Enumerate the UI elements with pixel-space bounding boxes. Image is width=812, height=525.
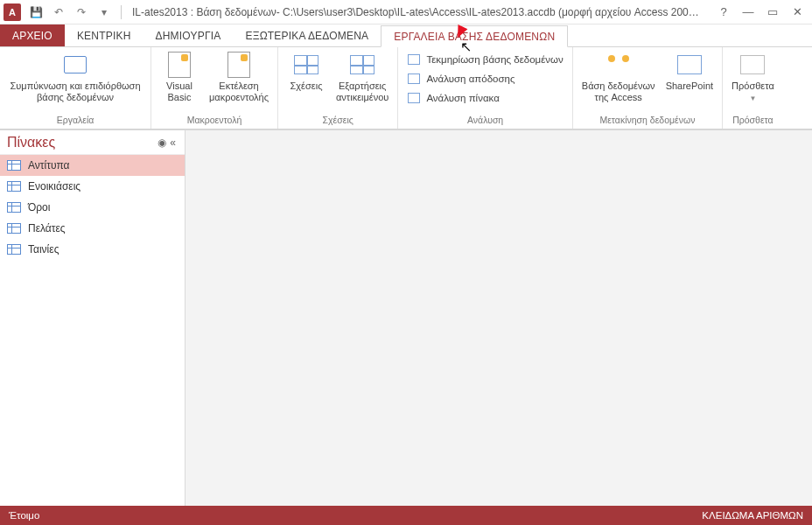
nav-pane-title: Πίνακες (7, 135, 55, 150)
workspace: Πίνακες ◉ « ΑντίτυπαΕνοικιάσειςΌροιΠελάτ… (0, 130, 812, 506)
visual-basic-icon (165, 51, 193, 79)
addins-button[interactable]: Πρόσθετα▼ (728, 49, 778, 106)
ribbon-tabs: ΑΡΧΕΙΟ ΚΕΝΤΡΙΚΗ ΔΗΜΙΟΥΡΓΙΑ ΕΞΩΤΕΡΙΚΑ ΔΕΔ… (0, 24, 812, 47)
group-analyze-label: Ανάλυση (403, 115, 566, 129)
nav-item-label: Ενοικιάσεις (28, 180, 80, 192)
separator (121, 5, 122, 19)
nav-list: ΑντίτυπαΕνοικιάσειςΌροιΠελάτεςΤαινίες (0, 155, 185, 506)
addins-icon (738, 51, 766, 79)
compact-repair-button[interactable]: Συμπύκνωση και επιδιόρθωση βάσης δεδομέν… (5, 49, 145, 105)
nav-item[interactable]: Όροι (0, 197, 185, 218)
analyze-performance-icon (407, 72, 421, 86)
run-macro-button[interactable]: Εκτέλεση μακροεντολής (206, 49, 272, 105)
window-controls: ? ― ▭ ✕ (712, 3, 808, 22)
tab-file[interactable]: ΑΡΧΕΙΟ (0, 24, 65, 46)
nav-dropdown-icon[interactable]: ◉ (156, 136, 168, 149)
sharepoint-button[interactable]: SharePoint (662, 49, 717, 94)
nav-collapse-icon[interactable]: « (168, 136, 178, 149)
minimize-icon[interactable]: ― (737, 3, 760, 22)
group-analyze: Τεκμηρίωση βάσης δεδομένων Ανάλυση απόδο… (398, 47, 572, 129)
navigation-pane: Πίνακες ◉ « ΑντίτυπαΕνοικιάσειςΌροιΠελάτ… (0, 130, 186, 506)
nav-item-label: Ταινίες (28, 243, 59, 256)
group-addins-label: Πρόσθετα (728, 115, 778, 129)
qat-customize-icon[interactable]: ▾ (94, 3, 114, 22)
title-bar: A 💾 ↶ ↷ ▾ IL-ates2013 : Βάση δεδομένων- … (0, 0, 812, 24)
status-bar: Έτοιμο ΚΛΕΙΔΩΜΑ ΑΡΙΘΜΩΝ (0, 506, 812, 525)
chevron-down-icon: ▼ (749, 94, 756, 102)
group-addins: Πρόσθετα▼ Πρόσθετα (723, 47, 783, 129)
group-tools-label: Εργαλεία (5, 115, 145, 129)
addins-label: Πρόσθετα▼ (732, 80, 774, 104)
run-macro-label: Εκτέλεση μακροεντολής (209, 80, 269, 103)
run-macro-icon (225, 51, 253, 79)
quick-access-toolbar: 💾 ↶ ↷ ▾ (26, 3, 125, 22)
table-icon (7, 244, 21, 255)
restore-icon[interactable]: ▭ (761, 3, 784, 22)
nav-item-label: Όροι (28, 201, 50, 214)
table-icon (7, 181, 21, 192)
group-relations: Σχέσεις Εξαρτήσεις αντικειμένου Σχέσεις (278, 47, 398, 129)
ribbon: Συμπύκνωση και επιδιόρθωση βάσης δεδομέν… (0, 47, 812, 130)
nav-pane-header[interactable]: Πίνακες ◉ « (0, 130, 185, 155)
nav-item-label: Αντίτυπα (28, 159, 70, 172)
status-numlock: ΚΛΕΙΔΩΜΑ ΑΡΙΘΜΩΝ (702, 510, 803, 521)
group-tools: Συμπύκνωση και επιδιόρθωση βάσης δεδομέν… (0, 47, 151, 129)
relationships-label: Σχέσεις (290, 80, 323, 92)
visual-basic-label: Visual Basic (166, 80, 192, 103)
help-icon[interactable]: ? (712, 3, 735, 22)
status-ready: Έτοιμο (9, 510, 39, 521)
save-icon[interactable]: 💾 (26, 3, 46, 22)
app-icon: A (4, 4, 21, 21)
group-relations-label: Σχέσεις (284, 115, 392, 129)
group-macro: Visual Basic Εκτέλεση μακροεντολής Μακρο… (151, 47, 278, 129)
compact-repair-label: Συμπύκνωση και επιδιόρθωση βάσης δεδομέν… (10, 80, 140, 103)
tab-home[interactable]: ΚΕΝΤΡΙΚΗ (65, 24, 144, 46)
group-move-data-label: Μετακίνηση δεδομένων (578, 115, 717, 129)
access-database-button[interactable]: Βάση δεδομένων της Access (578, 49, 659, 105)
access-database-label: Βάση δεδομένων της Access (582, 80, 655, 103)
table-icon (7, 223, 21, 234)
database-documenter-button[interactable]: Τεκμηρίωση βάσης δεδομένων (403, 51, 566, 68)
nav-item-label: Πελάτες (28, 222, 66, 234)
nav-item[interactable]: Πελάτες (0, 218, 185, 239)
undo-icon[interactable]: ↶ (49, 3, 68, 22)
database-documenter-icon (407, 52, 421, 66)
table-icon (7, 202, 21, 213)
group-move-data: Βάση δεδομένων της Access SharePoint Μετ… (573, 47, 723, 129)
tab-database-tools[interactable]: ΕΡΓΑΛΕΙΑ ΒΑΣΗΣ ΔΕΔΟΜΕΝΩΝ (381, 25, 568, 47)
tab-create[interactable]: ΔΗΜΙΟΥΡΓΙΑ (144, 24, 234, 46)
nav-item[interactable]: Ταινίες (0, 239, 185, 260)
nav-item[interactable]: Ενοικιάσεις (0, 176, 185, 197)
analyze-table-icon (407, 91, 421, 105)
close-icon[interactable]: ✕ (786, 3, 808, 22)
compact-repair-icon (61, 51, 89, 79)
analyze-table-label: Ανάλυση πίνακα (426, 93, 499, 103)
access-database-icon (605, 51, 633, 79)
document-area (186, 130, 812, 506)
object-dependencies-icon (348, 51, 376, 79)
analyze-performance-button[interactable]: Ανάλυση απόδοσης (403, 70, 566, 88)
table-icon (7, 160, 21, 171)
analyze-table-button[interactable]: Ανάλυση πίνακα (403, 89, 566, 107)
database-documenter-label: Τεκμηρίωση βάσης δεδομένων (426, 54, 563, 65)
object-dependencies-label: Εξαρτήσεις αντικειμένου (336, 80, 388, 103)
relationships-icon (292, 51, 320, 79)
tab-external-data[interactable]: ΕΞΩΤΕΡΙΚΑ ΔΕΔΟΜΕΝΑ (233, 24, 381, 46)
object-dependencies-button[interactable]: Εξαρτήσεις αντικειμένου (332, 49, 392, 105)
relationships-button[interactable]: Σχέσεις (284, 49, 329, 94)
visual-basic-button[interactable]: Visual Basic (157, 49, 202, 105)
sharepoint-label: SharePoint (666, 80, 713, 92)
group-macro-label: Μακροεντολή (157, 115, 272, 129)
sharepoint-icon (676, 51, 704, 79)
nav-item[interactable]: Αντίτυπα (0, 155, 185, 176)
redo-icon[interactable]: ↷ (72, 3, 91, 22)
analyze-performance-label: Ανάλυση απόδοσης (426, 74, 514, 84)
window-title: IL-ates2013 : Βάση δεδομένων- C:\Users\u… (125, 6, 712, 18)
